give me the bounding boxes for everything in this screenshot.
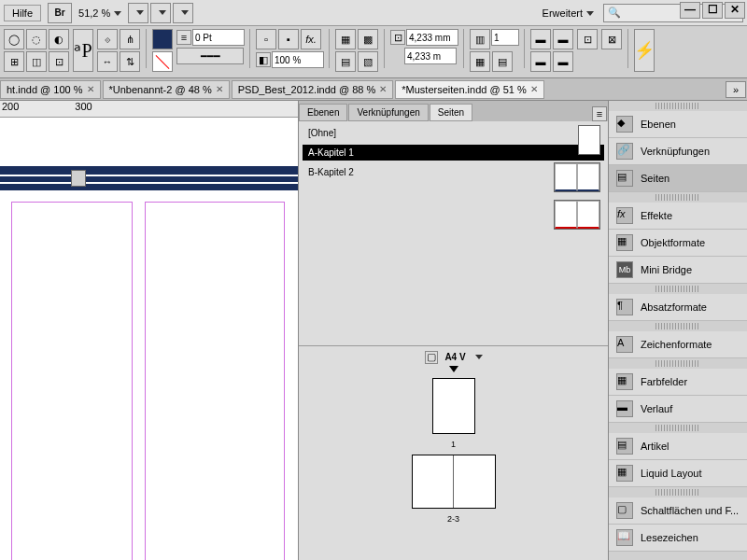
tab-verknuepfungen[interactable]: Verknüpfungen xyxy=(348,104,428,121)
arrange-icon[interactable] xyxy=(150,3,171,23)
close-button[interactable]: ✕ xyxy=(725,2,745,19)
panel-zeichenformate[interactable]: AZeichenformate xyxy=(609,331,747,358)
fill-swatch[interactable] xyxy=(152,29,173,49)
tab-seiten[interactable]: Seiten xyxy=(430,104,472,121)
align-icon[interactable]: ▬ xyxy=(530,51,551,72)
master-none[interactable]: [Ohne] xyxy=(303,125,604,141)
tool-icon[interactable]: ↔ xyxy=(97,51,118,72)
tool-icon[interactable]: ⊡ xyxy=(49,51,69,72)
cols-input[interactable] xyxy=(491,29,519,46)
stroke-swatch[interactable] xyxy=(152,51,173,72)
page-view[interactable] xyxy=(0,118,298,560)
align-icon[interactable]: ▬ xyxy=(553,29,573,49)
tool-icon[interactable]: ◯ xyxy=(4,29,24,49)
doc-tab[interactable]: ht.indd @ 100 %✕ xyxy=(0,80,101,99)
close-icon[interactable]: ✕ xyxy=(87,84,94,94)
master-a-selected[interactable]: A-Kapitel 1 xyxy=(303,145,604,161)
crop-icon: ⊡ xyxy=(390,30,405,45)
panel-seiten[interactable]: ▤Seiten xyxy=(609,165,747,192)
align-icon[interactable]: ▬ xyxy=(530,29,551,49)
col-icon[interactable]: ▦ xyxy=(470,51,490,72)
page-size-label[interactable]: A4 V xyxy=(443,350,467,364)
page-thumb-spread[interactable] xyxy=(412,455,496,509)
doc-tab[interactable]: PSD_Best_2012.indd @ 88 %✕ xyxy=(232,80,394,99)
misc-icon[interactable]: ⊡ xyxy=(577,29,598,49)
effects-icon[interactable]: ▫ xyxy=(256,29,276,49)
opacity-input[interactable] xyxy=(272,51,324,68)
panel-grip[interactable] xyxy=(655,425,700,431)
panel-grip[interactable] xyxy=(655,360,700,367)
help-menu[interactable]: Hilfe xyxy=(4,5,41,21)
col-icon[interactable]: ▥ xyxy=(470,29,490,49)
close-icon[interactable]: ✕ xyxy=(530,84,538,94)
tool-icon[interactable]: ◫ xyxy=(26,51,47,72)
doc-tab-active[interactable]: *Musterseiten.indd @ 51 %✕ xyxy=(395,80,543,99)
screen-mode-icon[interactable] xyxy=(128,3,148,23)
quick-apply-icon[interactable]: ⚡ xyxy=(634,29,655,72)
panel-objektformate[interactable]: ▦Objektformate xyxy=(609,230,747,257)
view-options-icon[interactable] xyxy=(173,3,193,23)
bookmarks-icon: 📖 xyxy=(616,529,633,546)
panel-verlauf[interactable]: ▬Verlauf xyxy=(609,396,747,423)
object-styles-icon: ▦ xyxy=(616,234,633,251)
document-tabs: ht.indd @ 100 %✕ *Unbenannt-2 @ 48 %✕ PS… xyxy=(0,78,747,101)
panel-grip[interactable] xyxy=(655,194,700,201)
panel-grip[interactable] xyxy=(655,323,700,329)
wrap-icon[interactable]: ▤ xyxy=(335,51,356,72)
effects-icon[interactable]: ▪ xyxy=(278,29,299,49)
panel-grip[interactable] xyxy=(655,103,700,109)
master-thumb-none[interactable] xyxy=(578,125,600,155)
tool-icon[interactable]: ◐ xyxy=(49,29,69,49)
doc-tab[interactable]: *Unbenannt-2 @ 48 %✕ xyxy=(103,80,230,99)
panel-menu-icon[interactable]: ≡ xyxy=(592,106,607,121)
minimize-button[interactable]: — xyxy=(680,2,700,19)
panel-artikel[interactable]: ▤Artikel xyxy=(609,433,747,460)
panel-verknuepfungen[interactable]: 🔗Verknüpfungen xyxy=(609,138,747,165)
document-canvas[interactable]: 200300 xyxy=(0,101,299,560)
workspace-switcher[interactable]: Erweitert xyxy=(543,7,594,19)
tool-icon[interactable]: ⇅ xyxy=(120,51,140,72)
dim-input[interactable] xyxy=(406,29,458,46)
panel-grip[interactable] xyxy=(655,286,700,292)
page-thumb-1[interactable] xyxy=(432,378,475,434)
stroke-style-icon[interactable]: ━━━ xyxy=(176,48,244,64)
wrap-icon[interactable]: ▧ xyxy=(358,51,378,72)
master-thumb-b[interactable] xyxy=(554,200,600,230)
zoom-level[interactable]: 51,2 % xyxy=(78,7,121,19)
panel-effekte[interactable]: fxEffekte xyxy=(609,203,747,230)
bridge-button[interactable]: Br xyxy=(48,3,72,23)
col-icon[interactable]: ▤ xyxy=(492,51,513,72)
wrap-icon[interactable]: ▩ xyxy=(358,29,378,49)
tool-icon[interactable]: ⟐ xyxy=(97,29,118,49)
text-frame[interactable] xyxy=(11,202,133,560)
misc-icon[interactable]: ⊠ xyxy=(601,29,622,49)
panel-grip[interactable] xyxy=(655,489,700,496)
tool-icon[interactable]: ⊞ xyxy=(4,51,24,72)
close-icon[interactable]: ✕ xyxy=(216,84,223,94)
tool-icon[interactable]: ◌ xyxy=(26,29,47,49)
dim-input[interactable] xyxy=(404,48,457,64)
tab-ebenen[interactable]: Ebenen xyxy=(299,104,347,121)
text-frame[interactable] xyxy=(145,202,285,560)
page-size-icon[interactable]: ▢ xyxy=(425,351,438,364)
p-tool-icon[interactable]: ᵃP xyxy=(73,29,93,72)
fx-icon[interactable]: fx. xyxy=(301,29,321,49)
panel-absatzformate[interactable]: ¶Absatzformate xyxy=(609,294,747,321)
header-object[interactable] xyxy=(0,166,298,190)
panel-schaltflaechen[interactable]: ▢Schaltflächen und F... xyxy=(609,497,747,525)
panel-farbfelder[interactable]: ▦Farbfelder xyxy=(609,369,747,396)
tool-icon[interactable]: ⋔ xyxy=(120,29,140,49)
selection-handle[interactable] xyxy=(71,170,86,187)
close-icon[interactable]: ✕ xyxy=(379,84,387,94)
panel-liquid[interactable]: ▦Liquid Layout xyxy=(609,460,747,487)
wrap-icon[interactable]: ▦ xyxy=(335,29,356,49)
tabs-overflow-icon[interactable]: » xyxy=(726,81,746,98)
stroke-weight-input[interactable] xyxy=(192,29,245,46)
master-thumb-a[interactable] xyxy=(554,162,600,192)
panel-minibridge[interactable]: MbMini Bridge xyxy=(609,257,747,284)
panel-lesezeichen[interactable]: 📖Lesezeichen xyxy=(609,525,747,552)
maximize-button[interactable]: ☐ xyxy=(702,2,723,19)
align-icon[interactable]: ▬ xyxy=(553,51,573,72)
paragraph-styles-icon: ¶ xyxy=(616,299,633,315)
panel-ebenen[interactable]: ◆Ebenen xyxy=(609,111,747,138)
